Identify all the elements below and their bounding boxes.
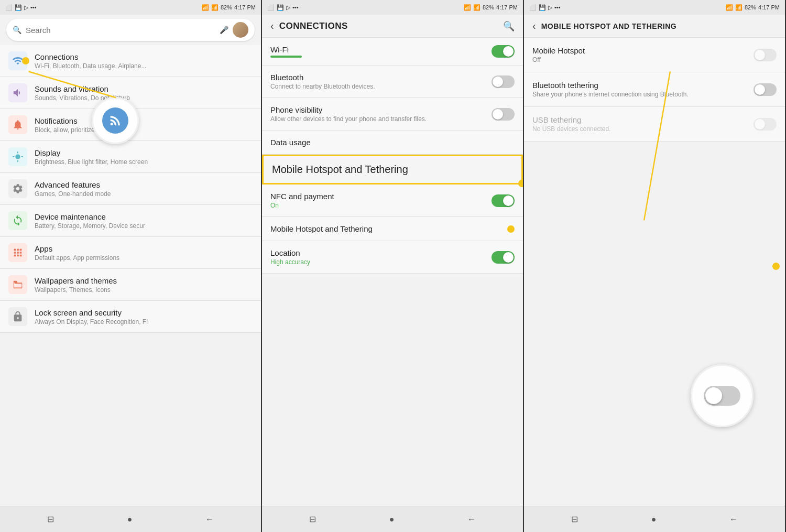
status-icons-right-3: 📶 📶 82% 4:17 PM [726,4,780,11]
status-icons-left: ⬜ 💾 ▷ ••• [5,4,37,11]
mobile-hotspot-tethering-subtitle: Off [532,56,754,63]
connection-data-usage[interactable]: Data usage [262,131,523,155]
location-text: Location High accuracy [270,248,492,266]
bluetooth-tethering-toggle[interactable] [754,83,777,96]
yellow-dot-hotspot [518,180,523,187]
wifi-icon: 📶 [202,4,209,11]
sd-icon-3: 💾 [539,4,546,11]
settings-item-wallpapers[interactable]: Wallpapers and themes Wallpapers, Themes… [0,269,261,301]
advanced-title: Advanced features [35,180,253,189]
search-input[interactable] [26,26,215,35]
tethering-header: ‹ MOBILE HOTSPOT AND TETHERING [524,15,785,38]
device-text: Device maintenance Battery, Storage, Mem… [35,212,253,230]
header-search-icon[interactable]: 🔍 [503,20,515,32]
tethering-bluetooth[interactable]: Bluetooth tethering Share your phone's i… [524,72,785,107]
sd-icon-2: 💾 [277,4,284,11]
back-button-3[interactable]: ‹ [532,20,536,32]
connection-wifi[interactable]: Wi-Fi [262,38,523,66]
status-icons-left-3: ⬜ 💾 ▷ ••• [529,4,561,11]
notifications-icon [8,115,27,134]
sounds-title: Sounds and vibration [35,84,253,93]
usb-tethering-toggle[interactable] [754,118,777,131]
nfc-toggle[interactable] [492,194,515,207]
recent-apps-btn-3[interactable]: ⊟ [571,514,578,524]
nfc-toggle-knob [503,196,514,206]
display-subtitle: Brightness, Blue light filter, Home scre… [35,158,253,166]
location-subtitle: High accuracy [270,258,492,266]
phone-visibility-title: Phone visibility [270,105,492,114]
sounds-icon [8,83,27,102]
apps-icon [8,243,27,262]
recent-apps-btn[interactable]: ⊟ [47,514,54,524]
search-icon: 🔍 [13,26,21,34]
nfc-subtitle: On [270,202,492,209]
usb-tethering-title: USB tethering [532,115,754,124]
bluetooth-tethering-subtitle: Share your phone's internet connection u… [532,91,754,98]
connection-location[interactable]: Location High accuracy [262,241,523,274]
back-btn-3[interactable]: ← [729,515,738,524]
wifi-toggle[interactable] [492,45,515,58]
settings-item-advanced[interactable]: Advanced features Games, One-handed mode [0,173,261,205]
location-title: Location [270,248,492,257]
settings-item-apps[interactable]: Apps Default apps, App permissions [0,237,261,269]
highlight-circle-inner [102,107,128,134]
connection-nfc[interactable]: NFC and payment On [262,184,523,217]
large-toggle-inner[interactable] [704,386,740,406]
settings-item-device[interactable]: Device maintenance Battery, Storage, Mem… [0,205,261,237]
data-usage-title: Data usage [270,138,515,147]
lockscreen-title: Lock screen and security [35,308,253,317]
mobile-hotspot2-title: Mobile Hotspot and Tethering [270,224,515,233]
sounds-text: Sounds and vibration Sounds, Vibrations,… [35,84,253,102]
search-bar[interactable]: 🔍 🎤 [6,19,255,41]
connection-bluetooth[interactable]: Bluetooth Connect to nearby Bluetooth de… [262,66,523,98]
bluetooth-toggle[interactable] [492,75,515,88]
signal-icon-2: 📶 [473,4,481,11]
screenshot-icon: ⬜ [5,4,13,11]
settings-item-display[interactable]: Display Brightness, Blue light filter, H… [0,141,261,173]
time-label-3: 4:17 PM [758,4,780,10]
connection-mobile-hotspot-highlighted[interactable]: Mobile Hotspot and Tethering [262,155,523,184]
connections-subtitle: Wi-Fi, Bluetooth, Data usage, Airplane..… [35,62,253,70]
bluetooth-tethering-knob [755,84,765,95]
tethering-mobile-hotspot[interactable]: Mobile Hotspot Off [524,38,785,72]
home-btn-3[interactable]: ● [651,515,657,524]
panel-settings: ⬜ 💾 ▷ ••• 📶 📶 82% 4:17 PM 🔍 🎤 Connection… [0,0,262,532]
phone-visibility-text: Phone visibility Allow other devices to … [270,105,492,123]
yellow-dot-mobile-hotspot-3 [772,263,780,270]
lockscreen-text: Lock screen and security Always On Displ… [35,308,253,325]
wifi-bar [270,56,302,58]
connection-mobile-hotspot2[interactable]: Mobile Hotspot and Tethering [262,217,523,241]
panel-tethering: ⬜ 💾 ▷ ••• 📶 📶 82% 4:17 PM ‹ MOBILE HOTSP… [524,0,786,532]
mobile-hotspot2-text: Mobile Hotspot and Tethering [270,224,515,233]
tethering-list: Mobile Hotspot Off Bluetooth tethering S… [524,38,785,506]
settings-item-connections[interactable]: Connections Wi-Fi, Bluetooth, Data usage… [0,45,261,77]
bottom-nav-2: ⊟ ● ← [262,506,523,532]
home-btn[interactable]: ● [127,515,133,524]
back-button-2[interactable]: ‹ [270,20,274,32]
nfc-title: NFC and payment [270,192,492,201]
back-btn[interactable]: ← [205,515,214,524]
home-btn-2[interactable]: ● [389,515,395,524]
battery-label-3: 82% [745,4,756,10]
sounds-subtitle: Sounds, Vibrations, Do not disturb [35,94,253,102]
battery-label: 82% [221,4,232,10]
location-toggle[interactable] [492,251,515,264]
battery-label-2: 82% [483,4,494,10]
back-btn-2[interactable]: ← [467,515,476,524]
display-text: Display Brightness, Blue light filter, H… [35,148,253,166]
wallpapers-icon [8,275,27,294]
connection-phone-visibility[interactable]: Phone visibility Allow other devices to … [262,98,523,131]
phone-visibility-toggle[interactable] [492,108,515,121]
wallpapers-subtitle: Wallpapers, Themes, Icons [35,286,253,294]
phone-visibility-knob [493,109,503,120]
tethering-usb[interactable]: USB tethering No USB devices connected. [524,107,785,142]
wifi-icon-2: 📶 [464,4,471,11]
usb-tethering-knob [755,119,765,129]
status-bar-1: ⬜ 💾 ▷ ••• 📶 📶 82% 4:17 PM [0,0,261,15]
menu-dots: ••• [30,4,37,10]
settings-item-lockscreen[interactable]: Lock screen and security Always On Displ… [0,301,261,333]
connections-header: ‹ CONNECTIONS 🔍 [262,15,523,38]
recent-apps-btn-2[interactable]: ⊟ [309,514,316,524]
mobile-hotspot-toggle-3[interactable] [754,49,777,61]
device-subtitle: Battery, Storage, Memory, Device secur [35,222,253,230]
